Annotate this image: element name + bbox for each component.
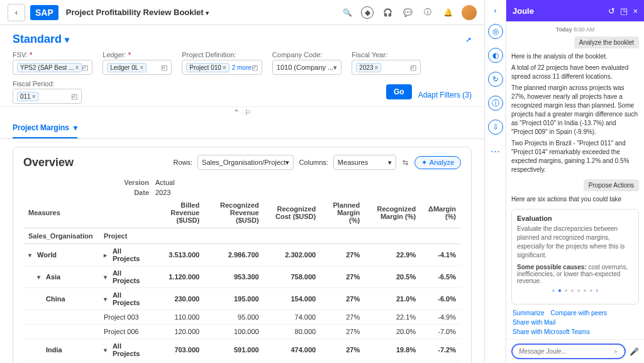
cell-value: -6.8% xyxy=(421,361,461,364)
column-header[interactable]: Billed Revenue ($USD) xyxy=(155,198,204,228)
joule-input[interactable]: ➤ xyxy=(511,343,626,359)
back-button[interactable]: ‹ xyxy=(8,4,25,21)
cell-value: 27% xyxy=(321,361,365,364)
chevron-left-icon[interactable]: ‹ xyxy=(552,287,554,294)
eval-causes: Some possible causes: cost overruns, ine… xyxy=(517,264,633,284)
fsv-label: FSV: * xyxy=(13,51,92,59)
tab-project-margins[interactable]: Project Margins ▾ xyxy=(13,118,77,138)
joule-text-field[interactable] xyxy=(519,348,613,355)
fsv-input[interactable]: YPS2 (SAP Best ... × ◰ xyxy=(13,60,92,75)
close-icon[interactable]: × xyxy=(75,64,79,71)
cols-select[interactable]: Measures▾ xyxy=(333,155,396,170)
chevron-down-icon[interactable]: ▾ xyxy=(104,274,110,281)
idea-icon[interactable]: ◆ xyxy=(361,6,374,19)
cell-value: 1.120.000 xyxy=(155,266,204,288)
column-header[interactable]: ΔMargin (%) xyxy=(421,198,461,228)
rows-select[interactable]: Sales_Organisation/Project▾ xyxy=(197,155,294,170)
project-label: All Projects xyxy=(113,342,150,357)
expand-icon[interactable]: ◳ xyxy=(620,6,628,16)
avatar[interactable] xyxy=(462,5,477,20)
cell-value: 2.302.000 xyxy=(264,244,321,266)
column-header[interactable]: Planned Margin (%) xyxy=(321,198,365,228)
chat-icon[interactable]: 💬 xyxy=(401,6,414,19)
cell-value: 99.000 xyxy=(204,361,264,364)
close-icon[interactable]: × xyxy=(140,64,143,71)
send-icon[interactable]: ➤ xyxy=(613,348,618,355)
column-header[interactable]: Recognized Margin (%) xyxy=(365,198,421,228)
chevron-left-icon[interactable]: ‹ xyxy=(494,6,497,15)
close-icon[interactable]: × xyxy=(32,93,36,100)
valuehelp-icon[interactable]: ◰ xyxy=(82,64,88,72)
action-link[interactable]: Share with Mail xyxy=(513,319,555,326)
chevron-right-icon[interactable]: ▸ xyxy=(104,252,110,259)
share-icon[interactable]: ➚ xyxy=(465,35,472,44)
fiscalyear-input[interactable]: 2023 × ◰ xyxy=(352,60,421,75)
mic-icon[interactable]: 🎤 xyxy=(630,347,639,356)
chevron-down-icon[interactable]: ▾ xyxy=(37,274,43,281)
valuehelp-icon[interactable]: ◰ xyxy=(410,64,416,72)
refresh-icon[interactable]: ↺ xyxy=(608,6,615,16)
pin-icon[interactable]: ⚐ xyxy=(245,108,252,117)
action-link[interactable]: Summarize xyxy=(513,310,545,316)
filter-bar: FSV: * YPS2 (SAP Best ... × ◰ Ledger: * … xyxy=(0,46,484,80)
rail-target-icon[interactable]: ◎ xyxy=(488,24,503,39)
rail-refresh-icon[interactable]: ↻ xyxy=(488,72,503,87)
close-icon[interactable]: × xyxy=(223,64,226,71)
company-input[interactable]: 1010 (Company ... ▾ xyxy=(272,60,342,75)
dim-header: Sales_Organisation xyxy=(23,228,99,244)
pager: ‹ › xyxy=(517,287,633,294)
cell-value: 22.9% xyxy=(365,244,421,266)
fiscalperiod-input[interactable]: 011 × ◰ xyxy=(13,89,82,104)
chevron-down-icon[interactable]: ▾ xyxy=(388,159,392,167)
pager-dot[interactable] xyxy=(565,289,567,292)
chevron-down-icon[interactable]: ▾ xyxy=(333,64,337,72)
chevron-right-icon[interactable]: › xyxy=(596,287,598,294)
bell-icon[interactable]: 🔔 xyxy=(441,6,454,19)
project-label: All Projects xyxy=(113,291,150,306)
cell-value: 79.000 xyxy=(264,361,321,364)
ledger-input[interactable]: Ledger 0L × ◰ xyxy=(103,60,172,75)
rail-info-icon[interactable]: ⓘ xyxy=(488,96,503,111)
help-icon[interactable]: ⓘ xyxy=(421,6,434,19)
cell-value: 27% xyxy=(321,266,365,288)
variant-name[interactable]: Standard ▾ xyxy=(13,33,69,46)
pager-dot[interactable] xyxy=(590,289,592,292)
pager-dot[interactable] xyxy=(558,289,561,292)
fiscalyear-label: Fiscal Year: xyxy=(352,51,421,59)
action-link[interactable]: Compare with peers xyxy=(551,310,607,316)
pager-dot[interactable] xyxy=(571,289,574,292)
chevron-down-icon[interactable]: ▾ xyxy=(104,347,110,354)
pager-dot[interactable] xyxy=(577,289,580,292)
analyze-button[interactable]: ✦Analyze xyxy=(414,156,461,169)
valuehelp-icon[interactable]: ◰ xyxy=(71,92,77,101)
project-label: Project 006 xyxy=(104,328,139,335)
close-icon[interactable]: × xyxy=(633,6,638,16)
swap-icon[interactable]: ⇆ xyxy=(401,157,409,168)
go-button[interactable]: Go xyxy=(386,84,412,99)
chevron-down-icon[interactable]: ▾ xyxy=(74,123,77,132)
chevron-down-icon[interactable]: ▾ xyxy=(286,159,289,167)
valuehelp-icon[interactable]: ◰ xyxy=(161,64,167,72)
collapse-icon[interactable]: ⌃ xyxy=(233,108,240,117)
more-link[interactable]: 2 more xyxy=(232,64,252,71)
valuehelp-icon[interactable]: ◰ xyxy=(252,64,258,72)
search-icon[interactable]: 🔍 xyxy=(341,6,353,19)
cell-value: 120.000 xyxy=(155,325,204,339)
column-header[interactable]: Recognized Cost ($USD) xyxy=(264,198,321,228)
cell-value: 120.000 xyxy=(155,361,204,364)
column-header[interactable]: Recognized Revenue ($USD) xyxy=(204,198,264,228)
action-link[interactable]: Share with Microsoft Teams xyxy=(513,328,590,335)
rail-download-icon[interactable]: ⇩ xyxy=(488,120,503,135)
rail-db-icon[interactable]: ◐ xyxy=(488,48,503,63)
pager-dot[interactable] xyxy=(584,289,586,292)
adapt-filters-link[interactable]: Adapt Filters (3) xyxy=(418,91,472,99)
page-title[interactable]: Project Profitability Review Booklet ▾ xyxy=(66,8,209,17)
more-icon[interactable]: … xyxy=(491,143,501,155)
headset-icon[interactable]: 🎧 xyxy=(381,6,394,19)
projectdef-input[interactable]: Project 010 × 2 more ◰ xyxy=(182,60,262,75)
cell-value: -4.1% xyxy=(421,244,461,266)
chevron-down-icon[interactable]: ▾ xyxy=(28,252,35,259)
close-icon[interactable]: × xyxy=(375,64,379,71)
chevron-down-icon[interactable]: ▾ xyxy=(104,296,110,303)
joule-title: Joule xyxy=(513,6,603,16)
